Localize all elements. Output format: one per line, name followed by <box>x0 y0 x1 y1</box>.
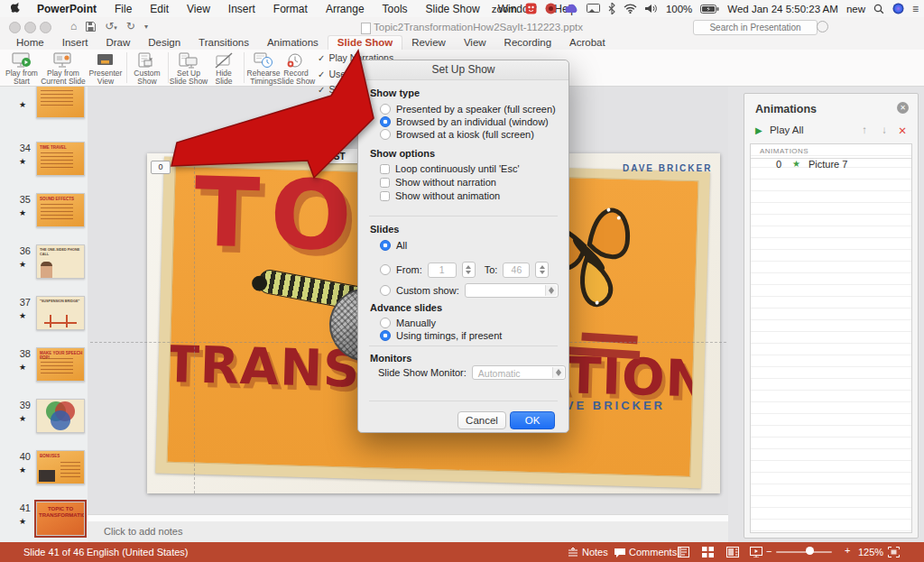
window-close-button[interactable] <box>9 22 21 33</box>
radio-custom-show[interactable]: Custom show: <box>380 283 559 298</box>
camera-app-icon[interactable] <box>545 3 557 14</box>
tab-draw[interactable]: Draw <box>97 36 139 50</box>
notification-center-icon[interactable]: ≡ <box>912 3 919 15</box>
monitor-dropdown[interactable]: Automatic <box>472 365 566 380</box>
slide-sorter-view-icon[interactable] <box>702 547 714 557</box>
from-slide-input[interactable] <box>428 263 457 278</box>
zoom-slider-knob[interactable] <box>806 547 814 555</box>
slide-thumbnail[interactable]: SOUND EFFECTS <box>36 193 85 227</box>
radio-browsed-at-kiosk[interactable]: Browsed at a kiosk (full screen) <box>380 129 534 140</box>
checkbox-show-without-animation[interactable]: Show without animation <box>380 190 500 201</box>
slide-thumbnail-selected[interactable]: TOPIC TO TRANSFORMATION <box>36 502 85 536</box>
zoom-out-button[interactable]: − <box>766 546 772 557</box>
play-all-label[interactable]: Play All <box>770 124 804 135</box>
volume-icon[interactable] <box>645 4 658 14</box>
radio-manually[interactable]: Manually <box>380 318 436 328</box>
menu-item-tools[interactable]: Tools <box>374 3 417 15</box>
menu-item-slide-show[interactable]: Slide Show <box>417 3 489 15</box>
from-stepper[interactable] <box>462 262 476 278</box>
play-from-start-button[interactable]: Play fromStart <box>2 51 42 86</box>
animation-list-item[interactable]: 0 ★ Picture 7 <box>751 159 911 170</box>
radio-all-slides[interactable]: All <box>380 240 407 251</box>
animation-order-badge[interactable]: 0 <box>151 161 171 174</box>
search-input[interactable] <box>693 20 818 35</box>
radio-using-timings[interactable]: Using timings, if present <box>380 330 502 341</box>
play-from-current-slide-button[interactable]: Play fromCurrent Slide <box>40 51 87 86</box>
cancel-button[interactable]: Cancel <box>457 411 506 429</box>
tab-acrobat[interactable]: Acrobat <box>560 36 614 50</box>
to-slide-input[interactable] <box>503 263 530 278</box>
slide-thumbnail[interactable]: BONUSES <box>36 450 85 484</box>
spotlight-search-icon[interactable] <box>873 4 884 14</box>
ok-button[interactable]: OK <box>510 411 555 429</box>
play-icon[interactable]: ▶ <box>755 125 762 135</box>
slide-thumbnail[interactable]: MAKE YOUR SPEECH POP! <box>36 347 85 382</box>
slide-thumbnail[interactable] <box>36 399 85 433</box>
save-icon[interactable] <box>86 22 96 32</box>
reading-view-icon[interactable] <box>726 547 739 557</box>
close-pane-icon[interactable]: ✕ <box>897 102 909 114</box>
apple-menu-icon[interactable] <box>0 3 28 14</box>
tab-insert[interactable]: Insert <box>53 36 97 50</box>
checkbox-loop-continuously[interactable]: Loop continuously until 'Esc' <box>380 163 520 174</box>
home-icon[interactable]: ⌂ <box>70 20 77 32</box>
siri-icon[interactable] <box>892 3 904 14</box>
zoom-in-button[interactable]: + <box>845 545 850 556</box>
comments-toggle[interactable]: Comments <box>629 547 677 557</box>
window-minimize-button[interactable] <box>24 22 36 33</box>
slide-show-view-icon[interactable] <box>750 547 762 557</box>
radio-from-to[interactable]: From: To: <box>380 262 549 278</box>
tab-animations[interactable]: Animations <box>258 36 328 50</box>
menu-item-powerpoint[interactable]: PowerPoint <box>28 3 106 15</box>
slide-thumbnail[interactable] <box>36 86 85 118</box>
app-icon-red[interactable] <box>525 3 537 14</box>
tab-slide-show[interactable]: Slide Show <box>328 35 402 50</box>
notes-area[interactable]: Click to add notes <box>88 521 731 542</box>
radio-presented-by-speaker[interactable]: Presented by a speaker (full screen) <box>380 104 556 115</box>
zoom-slider-track[interactable] <box>776 551 832 553</box>
zoom-app-label[interactable]: zoom <box>492 4 517 14</box>
checkbox-show-without-narration[interactable]: Show without narration <box>380 177 496 188</box>
tab-review[interactable]: Review <box>402 36 455 50</box>
menu-bar-clock[interactable]: Wed Jan 24 5:50:23 AM <box>727 4 838 14</box>
language-selector[interactable]: English (United States) <box>87 547 189 557</box>
tell-me-icon[interactable] <box>817 21 828 32</box>
radio-browsed-by-individual[interactable]: Browsed by an individual (window) <box>380 116 549 127</box>
presenter-view-button[interactable]: PresenterView <box>87 51 125 86</box>
tab-view[interactable]: View <box>455 36 495 50</box>
tab-design[interactable]: Design <box>139 36 189 50</box>
menu-item-insert[interactable]: Insert <box>219 3 264 15</box>
custom-show-button[interactable]: CustomShow <box>128 51 166 86</box>
custom-show-dropdown[interactable] <box>465 283 559 298</box>
menu-item-format[interactable]: Format <box>264 3 317 15</box>
cloud-app-icon[interactable] <box>565 4 578 14</box>
slide-thumbnail[interactable]: "SUSPENSION BRIDGE" <box>36 296 85 330</box>
move-up-icon[interactable]: ↑ <box>862 124 867 135</box>
menu-item-file[interactable]: File <box>106 3 141 15</box>
notes-toggle[interactable]: Notes <box>582 547 608 557</box>
to-stepper[interactable] <box>535 262 549 278</box>
tab-home[interactable]: Home <box>7 36 53 50</box>
fit-slide-to-window-icon[interactable] <box>888 547 900 557</box>
window-zoom-button[interactable] <box>40 22 51 33</box>
tab-recording[interactable]: Recording <box>495 36 560 50</box>
tab-transitions[interactable]: Transitions <box>189 36 258 50</box>
delete-animation-icon[interactable]: ✕ <box>898 124 907 137</box>
normal-view-icon[interactable] <box>678 547 689 557</box>
dialog-title-bar[interactable]: Set Up Show <box>358 60 568 80</box>
fast-user-switch-label[interactable]: new <box>846 4 865 14</box>
move-down-icon[interactable]: ↓ <box>882 124 887 135</box>
menu-item-edit[interactable]: Edit <box>141 3 178 15</box>
wifi-icon[interactable] <box>624 4 637 14</box>
undo-caret-icon[interactable]: ▾ <box>114 24 117 31</box>
redo-icon[interactable]: ↻ <box>126 20 135 32</box>
menu-item-view[interactable]: View <box>178 3 219 15</box>
floating-toolbar-fragment[interactable]: ≡ ST <box>319 149 363 163</box>
hide-slide-button[interactable]: HideSlide <box>208 51 240 86</box>
bluetooth-icon[interactable] <box>608 3 615 14</box>
toolbar-options-icon[interactable]: ▾ <box>144 23 148 31</box>
slide-thumbnail[interactable]: THE ONE-SIDED PHONE CALL <box>36 244 85 279</box>
menu-item-arrange[interactable]: Arrange <box>317 3 374 15</box>
record-slide-show-button[interactable]: RecordSlide Show <box>276 51 316 86</box>
screen-mirroring-icon[interactable] <box>587 4 600 14</box>
